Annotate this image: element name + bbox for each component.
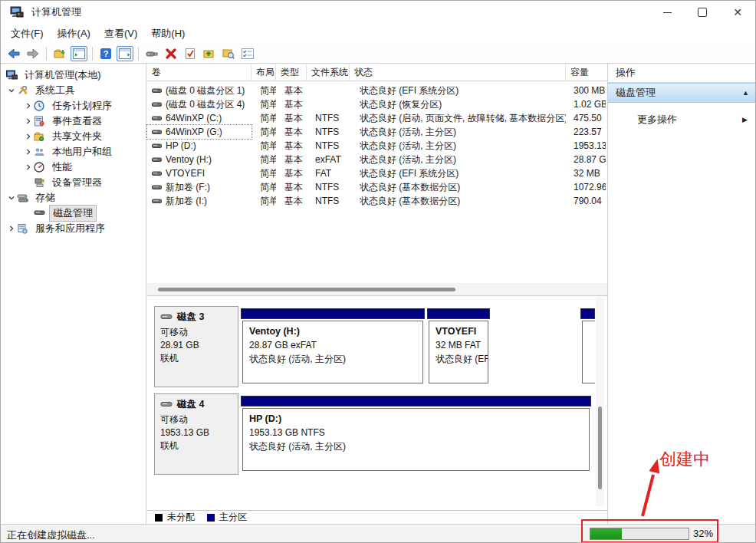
toolbar-separator — [138, 47, 139, 61]
volume-row-focused[interactable]: 64WinXP (G:) 简单 基本 NTFS 状态良好 (活动, 主分区) 2… — [147, 125, 606, 139]
submenu-arrow-icon: ▶ — [742, 116, 748, 123]
window-title: 计算机管理 — [31, 5, 81, 19]
forward-icon[interactable] — [25, 46, 41, 61]
find-icon[interactable] — [220, 46, 237, 61]
tree-item-system-tools[interactable]: 系统工具 — [1, 83, 146, 98]
delete-icon[interactable] — [163, 46, 179, 61]
tree-item-computer-management[interactable]: 计算机管理(本地) — [1, 67, 146, 83]
device-manager-icon — [33, 177, 45, 188]
tree-item-task-scheduler[interactable]: 任务计划程序 — [1, 98, 146, 114]
tree-item-local-users-groups[interactable]: 本地用户和组 — [1, 144, 146, 160]
console-tree-icon[interactable] — [71, 46, 87, 61]
volume-row[interactable]: VTOYEFI 简单 基本 FAT 状态良好 (EFI 系统分区) 32 MB — [147, 166, 606, 180]
partition-clipped-stub[interactable] — [580, 308, 595, 385]
legend-unallocated-label: 未分配 — [167, 511, 195, 524]
partition-ventoy[interactable]: Ventoy (H:) 28.87 GB exFAT 状态良好 (活动, 主分区… — [241, 308, 425, 385]
menu-help[interactable]: 帮助(H) — [144, 25, 192, 43]
maximize-icon[interactable] — [685, 1, 720, 24]
services-icon — [16, 223, 28, 234]
progress-bar — [590, 528, 689, 540]
toolbar-separator — [92, 47, 93, 61]
volume-row[interactable]: (磁盘 0 磁盘分区 1) 简单 基本 状态良好 (EFI 系统分区) 300 … — [147, 84, 606, 97]
chevron-down-icon[interactable] — [7, 87, 16, 94]
volume-row[interactable]: 64WinXP (C:) 简单 基本 NTFS 状态良好 (启动, 页面文件, … — [147, 111, 606, 125]
column-header-status[interactable]: 状态 — [350, 64, 566, 81]
actions-panel: 操作 磁盘管理 ▲ 更多操作 ▶ — [607, 64, 756, 524]
legend-primary-label: 主分区 — [219, 511, 247, 524]
menu-file[interactable]: 文件(F) — [4, 25, 51, 43]
minimize-icon[interactable] — [649, 1, 685, 24]
action-pane-icon[interactable] — [117, 46, 133, 61]
tree-item-device-manager[interactable]: 设备管理器 — [1, 175, 146, 190]
partition-color-bar — [427, 308, 490, 319]
export-icon[interactable] — [201, 46, 218, 61]
collapse-icon[interactable]: ▲ — [742, 89, 749, 97]
tree-item-label: 磁盘管理 — [49, 205, 97, 222]
tools-icon — [16, 85, 28, 96]
disk-size: 28.91 GB — [160, 339, 232, 352]
performance-icon — [33, 162, 45, 173]
tree-item-label: 系统工具 — [32, 83, 78, 98]
up-folder-icon[interactable] — [51, 46, 68, 61]
volume-row[interactable]: 新加卷 (F:) 简单 基本 NTFS 状态良好 (基本数据分区) 1072.9… — [147, 180, 606, 194]
app-icon — [10, 5, 24, 19]
properties-icon[interactable] — [182, 46, 199, 61]
column-header-volume[interactable]: 卷 — [147, 64, 251, 81]
disk-size: 1953.13 GB — [160, 426, 232, 439]
scrollbar-thumb[interactable] — [598, 406, 602, 489]
disk-graphical-view: 磁盘 3 可移动 28.91 GB 联机 Ventoy (H:) 28.87 G… — [147, 296, 607, 510]
volume-row[interactable]: Ventoy (H:) 简单 基本 exFAT 状态良好 (活动, 主分区) 2… — [147, 153, 606, 166]
chevron-down-icon[interactable] — [7, 194, 16, 202]
checklist-icon[interactable] — [239, 46, 256, 61]
column-header-capacity[interactable]: 容量 — [566, 64, 606, 81]
tree-item-event-viewer[interactable]: ! 事件查看器 — [1, 114, 146, 129]
tree-item-performance[interactable]: 性能 — [1, 160, 146, 175]
disk3-label[interactable]: 磁盘 3 可移动 28.91 GB 联机 — [154, 306, 238, 387]
tree-item-shared-folders[interactable]: 共享文件夹 — [1, 129, 146, 144]
disk-icon — [160, 312, 173, 323]
column-header-type[interactable]: 类型 — [276, 64, 307, 81]
tree-item-label: 事件查看器 — [49, 114, 105, 129]
horizontal-scrollbar[interactable] — [147, 283, 607, 296]
menu-bar: 文件(F) 操作(A) 查看(V) 帮助(H) — [1, 24, 755, 44]
partition-vtoyefi[interactable]: VTOYEFI 32 MB FAT 状态良好 (EF — [427, 308, 490, 385]
actions-header: 操作 — [608, 64, 756, 83]
scheduler-icon — [33, 100, 45, 111]
column-header-layout[interactable]: 布局 — [251, 64, 276, 81]
chevron-right-icon[interactable] — [24, 163, 33, 171]
legend-primary-swatch — [207, 514, 215, 522]
close-icon[interactable]: ✕ — [720, 1, 755, 24]
volume-row[interactable]: 新加卷 (I:) 简单 基本 NTFS 状态良好 (基本数据分区) 790.04 — [147, 194, 606, 208]
more-actions-item[interactable]: 更多操作 ▶ — [608, 110, 756, 129]
tree-item-storage[interactable]: 存储 — [1, 190, 146, 206]
volume-list-header: 卷 布局 类型 文件系统 状态 容量 — [147, 64, 607, 81]
actions-group-disk-management[interactable]: 磁盘管理 ▲ — [608, 83, 756, 103]
menu-view[interactable]: 查看(V) — [97, 25, 144, 43]
disk-icon — [160, 400, 173, 410]
chevron-right-icon[interactable] — [7, 225, 16, 232]
event-viewer-icon: ! — [33, 116, 45, 127]
disk4-label[interactable]: 磁盘 4 可移动 1953.13 GB 联机 — [154, 393, 238, 475]
tree-item-services-applications[interactable]: 服务和应用程序 — [1, 221, 146, 236]
disk-status: 联机 — [160, 352, 232, 365]
chevron-right-icon[interactable] — [24, 102, 33, 110]
help-icon[interactable]: ? — [97, 46, 114, 61]
volume-row[interactable]: HP (D:) 简单 基本 NTFS 状态良好 (活动, 主分区) 1953.1… — [147, 139, 606, 153]
title-bar: 计算机管理 ✕ — [1, 1, 755, 24]
column-header-filesystem[interactable]: 文件系统 — [307, 64, 350, 81]
disk-type: 可移动 — [160, 326, 232, 339]
chevron-right-icon[interactable] — [24, 133, 33, 140]
device-icon[interactable] — [143, 46, 160, 61]
menu-action[interactable]: 操作(A) — [51, 25, 97, 43]
chevron-right-icon[interactable] — [24, 117, 33, 125]
chevron-right-icon[interactable] — [24, 148, 33, 156]
partition-hp[interactable]: HP (D:) 1953.13 GB NTFS 状态良好 (活动, 主分区) — [241, 396, 591, 472]
scrollbar-thumb[interactable] — [158, 288, 455, 291]
volume-row[interactable]: (磁盘 0 磁盘分区 4) 简单 基本 状态良好 (恢复分区) 1.02 GB — [147, 97, 606, 111]
disk-management-icon — [33, 208, 45, 219]
vertical-scrollbar[interactable] — [596, 298, 604, 506]
back-icon[interactable] — [5, 46, 22, 61]
disk-type: 可移动 — [160, 413, 232, 426]
tree-item-disk-management[interactable]: 磁盘管理 — [1, 206, 146, 221]
main-pane: 卷 布局 类型 文件系统 状态 容量 (磁盘 0 磁盘分区 1) 简单 基本 状… — [147, 64, 607, 524]
